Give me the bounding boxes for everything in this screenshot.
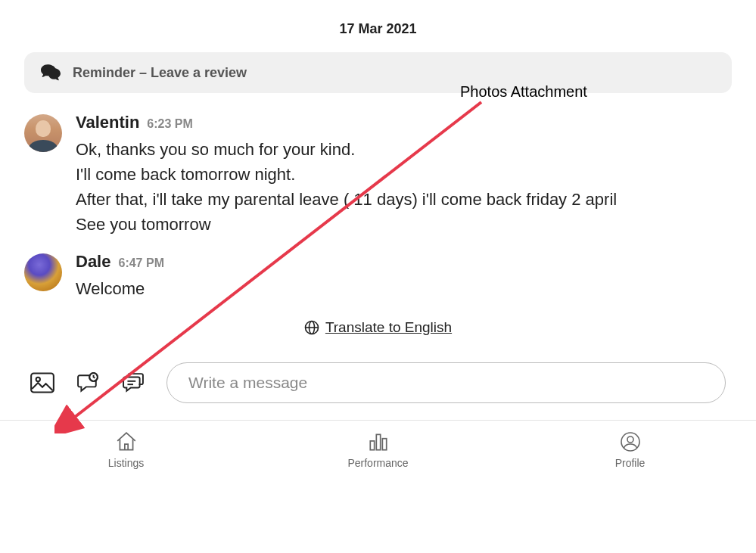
svg-point-4 <box>36 377 40 381</box>
message-row: Dale 6:47 PM Welcome <box>24 252 732 301</box>
reminder-text: Reminder – Leave a review <box>73 65 247 81</box>
reminder-banner[interactable]: Reminder – Leave a review <box>24 52 732 93</box>
scheduled-message-icon[interactable] <box>76 372 100 393</box>
sender-name: Valentin <box>76 113 139 132</box>
bottom-nav: Listings Performance Profile <box>0 420 756 483</box>
chat-bubble-icon <box>41 64 61 81</box>
date-header: 17 Mar 2021 <box>24 21 732 37</box>
nav-label: Profile <box>615 457 646 469</box>
sender-name: Dale <box>76 252 110 272</box>
avatar[interactable] <box>24 114 62 152</box>
quick-replies-icon[interactable] <box>121 372 145 393</box>
svg-rect-11 <box>382 439 386 450</box>
svg-point-12 <box>621 433 639 451</box>
svg-rect-9 <box>370 441 374 450</box>
svg-rect-3 <box>31 373 54 392</box>
message-text: Ok, thanks you so much for your kind. I'… <box>76 137 732 237</box>
nav-label: Performance <box>347 457 408 469</box>
nav-performance[interactable]: Performance <box>303 431 454 469</box>
annotation-label: Photos Attachment <box>460 83 587 101</box>
svg-rect-10 <box>376 434 380 449</box>
bar-chart-icon <box>367 431 390 452</box>
message-text: Welcome <box>76 276 732 301</box>
message-time: 6:47 PM <box>118 256 163 270</box>
photo-attachment-icon[interactable] <box>30 372 54 393</box>
translate-label: Translate to English <box>325 319 452 336</box>
nav-label: Listings <box>108 457 144 469</box>
nav-profile[interactable]: Profile <box>555 431 706 469</box>
nav-listings[interactable]: Listings <box>51 431 202 469</box>
message-time: 6:23 PM <box>147 117 192 131</box>
profile-icon <box>619 431 642 452</box>
home-icon <box>115 431 138 452</box>
composer <box>24 353 732 420</box>
message-input[interactable] <box>166 362 726 403</box>
translate-link[interactable]: Translate to English <box>304 319 452 336</box>
avatar[interactable] <box>24 253 62 291</box>
svg-point-13 <box>627 436 633 443</box>
message-row: Valentin 6:23 PM Ok, thanks you so much … <box>24 113 732 237</box>
globe-icon <box>304 320 319 335</box>
